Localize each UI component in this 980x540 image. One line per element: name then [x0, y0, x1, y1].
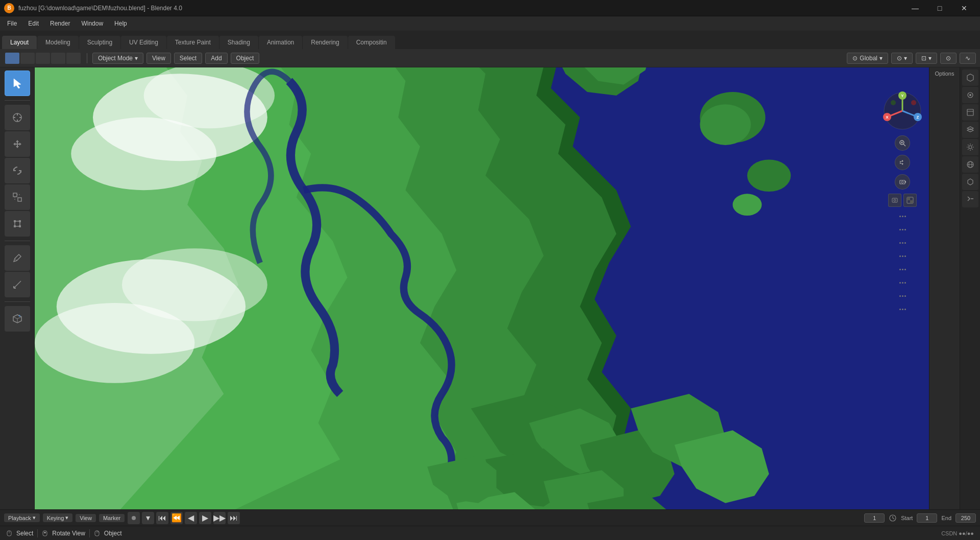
annotate-icon — [11, 252, 23, 264]
svg-line-68 — [893, 518, 894, 519]
workspace-tabs: Layout Modeling Sculpting UV Editing Tex… — [0, 31, 980, 49]
close-button[interactable]: ✕ — [952, 0, 976, 16]
scale-icon — [11, 191, 23, 203]
object-mode-dropdown[interactable]: Object Mode ▾ — [92, 53, 143, 64]
tab-modeling[interactable]: Modeling — [37, 36, 79, 49]
prop-world-tab[interactable] — [962, 156, 978, 173]
keying-menu[interactable]: Keying ▾ — [43, 513, 73, 522]
timeline-bar: Playback ▾ Keying ▾ View Marker ▾ ⏮ ⏪ ◀ … — [0, 509, 980, 526]
camera-view-button[interactable] — [888, 194, 901, 207]
svg-rect-12 — [14, 225, 16, 227]
prev-keyframe-button[interactable]: ⏪ — [170, 512, 183, 524]
measure-icon — [11, 278, 23, 291]
toolbar-divider-1 — [5, 100, 30, 101]
start-label: Start — [901, 515, 913, 521]
transform-tool-button[interactable] — [5, 211, 30, 237]
menu-window[interactable]: Window — [76, 18, 108, 29]
view-buttons — [888, 194, 917, 207]
transform-dropdown[interactable]: ⊙ Global ▾ — [847, 53, 888, 64]
menu-file[interactable]: File — [2, 18, 22, 29]
tab-animation[interactable]: Animation — [259, 36, 302, 49]
terrain-visualization — [35, 67, 929, 509]
orientation-gizmo[interactable]: Y X Z — [882, 90, 923, 131]
play-button[interactable]: ▶ — [199, 512, 211, 524]
toolbar-divider-3 — [5, 301, 30, 302]
jump-to-end-button[interactable]: ⏭ — [228, 512, 240, 524]
prop-render-tab[interactable] — [962, 87, 978, 103]
status-divider-2 — [89, 529, 90, 537]
camera-button[interactable] — [895, 174, 910, 190]
prop-object-tab[interactable] — [962, 174, 978, 190]
window-controls: — □ ✕ — [903, 0, 976, 16]
scale-tool-button[interactable] — [5, 184, 30, 210]
dropdown-arrow: ▾ — [135, 55, 138, 62]
jump-to-start-button[interactable]: ⏮ — [156, 512, 168, 524]
svg-rect-10 — [14, 220, 16, 222]
transform-icon: ⊙ — [852, 55, 857, 62]
mode-extra-icon[interactable] — [66, 53, 81, 64]
mouse-middle-icon — [42, 530, 48, 536]
menu-help[interactable]: Help — [109, 18, 132, 29]
tab-layout[interactable]: Layout — [2, 36, 37, 49]
maximize-button[interactable]: □ — [928, 0, 951, 16]
end-frame-input[interactable] — [955, 513, 976, 523]
snap-btn[interactable]: ⊡ ▾ — [916, 53, 937, 64]
prop-view-layer-tab[interactable] — [962, 122, 978, 138]
prop-scene-settings-tab[interactable] — [962, 139, 978, 155]
mode-circle-icon[interactable] — [36, 53, 50, 64]
select-menu[interactable]: Select — [174, 53, 202, 64]
pan-button[interactable] — [895, 155, 910, 170]
frame-dropdown[interactable]: ▾ — [142, 512, 154, 524]
prop-output-tab[interactable] — [962, 104, 978, 121]
next-frame-button[interactable]: ▶▶ — [213, 512, 226, 524]
tab-shading[interactable]: Shading — [219, 36, 258, 49]
viewport-area[interactable]: Y X Z — [35, 67, 929, 509]
cursor-tool-button[interactable] — [5, 105, 30, 130]
select-status-label: Select — [16, 530, 33, 537]
object-icon — [966, 177, 975, 186]
view-menu[interactable]: View — [146, 53, 171, 64]
status-bar: Select Rotate View Object CSDN ●●/●● — [0, 526, 980, 540]
view-layer-icon — [966, 125, 975, 134]
proportional-btn[interactable]: ⊙ — [940, 53, 957, 64]
mode-lasso-icon[interactable] — [51, 53, 65, 64]
tab-sculpting[interactable]: Sculpting — [79, 36, 120, 49]
prop-modifier-tab[interactable] — [962, 191, 978, 207]
pivot-btn[interactable]: ⊙ ▾ — [891, 53, 913, 64]
tab-texture-paint[interactable]: Texture Paint — [167, 36, 219, 49]
menu-render[interactable]: Render — [45, 18, 75, 29]
select-tool-button[interactable] — [5, 71, 30, 96]
rotate-tool-button[interactable] — [5, 158, 30, 183]
prop-scene-tab[interactable] — [962, 69, 978, 86]
current-frame-input[interactable] — [864, 513, 885, 523]
tab-rendering[interactable]: Rendering — [303, 36, 347, 49]
add-menu[interactable]: Add — [205, 53, 227, 64]
panel-dots-7 — [895, 291, 910, 301]
add-cube-button[interactable]: + — [5, 306, 30, 332]
mode-select-icon[interactable] — [5, 53, 19, 64]
toolbar-divider-2 — [5, 241, 30, 241]
annotate-tool-button[interactable] — [5, 245, 30, 271]
move-tool-button[interactable] — [5, 131, 30, 157]
tab-uv-editing[interactable]: UV Editing — [121, 36, 166, 49]
proportional-curve-btn[interactable]: ∿ — [960, 53, 976, 64]
zoom-button[interactable] — [895, 135, 910, 151]
viewport-shading-button[interactable] — [903, 194, 917, 207]
menu-edit[interactable]: Edit — [23, 18, 44, 29]
prev-frame-button[interactable]: ◀ — [185, 512, 197, 524]
header-sep-1 — [87, 53, 87, 63]
svg-point-44 — [891, 100, 896, 105]
mode-box-icon[interactable] — [20, 53, 35, 64]
playback-menu[interactable]: Playback ▾ — [4, 513, 40, 522]
tool-section-add: + — [4, 305, 31, 333]
start-frame-input[interactable] — [917, 513, 937, 523]
panel-dots-1 — [895, 211, 910, 221]
measure-tool-button[interactable] — [5, 272, 30, 297]
svg-rect-51 — [892, 198, 897, 202]
panel-dots-3 — [895, 238, 910, 248]
minimize-button[interactable]: — — [903, 0, 927, 16]
view-menu-timeline[interactable]: View — [76, 514, 96, 522]
object-menu[interactable]: Object — [231, 53, 260, 64]
tab-compositing[interactable]: Compositin — [348, 36, 395, 49]
marker-menu[interactable]: Marker — [99, 514, 125, 522]
